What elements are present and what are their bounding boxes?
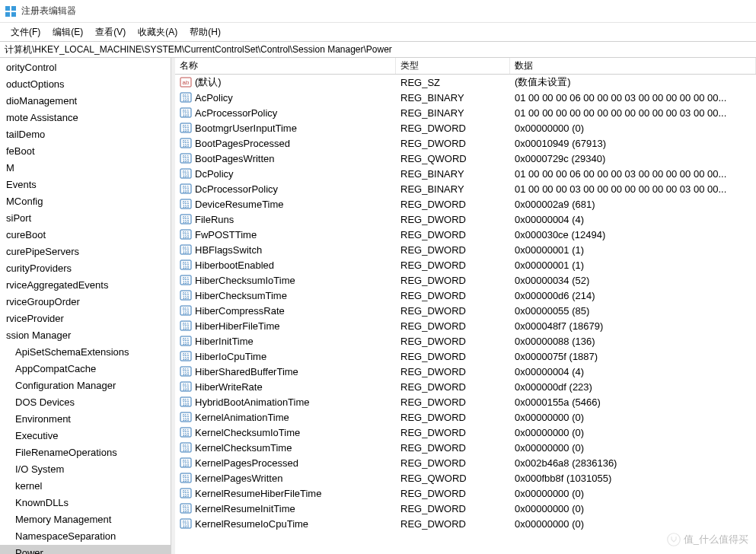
tree-item[interactable]: Memory Management bbox=[0, 511, 171, 528]
tree-item[interactable]: KnownDLLs bbox=[0, 495, 171, 511]
svg-text:110: 110 bbox=[183, 158, 190, 163]
list-row[interactable]: 011110BootmgrUserInputTimeREG_DWORD0x000… bbox=[175, 120, 756, 135]
tree-item[interactable]: feBoot bbox=[0, 143, 171, 160]
svg-text:110: 110 bbox=[183, 143, 190, 148]
value-data: 0x00000000 (0) bbox=[510, 427, 756, 438]
binary-value-icon: 011110 bbox=[180, 274, 192, 286]
list-row[interactable]: 011110AcProcessorPolicyREG_BINARY01 00 0… bbox=[175, 105, 756, 120]
list-row[interactable]: 011110KernelChecksumTimeREG_DWORD0x00000… bbox=[175, 440, 756, 455]
tree-item[interactable]: dioManagement bbox=[0, 93, 171, 110]
tree-item[interactable]: rviceProvider bbox=[0, 310, 171, 327]
list-row[interactable]: 011110KernelResumeHiberFileTimeREG_DWORD… bbox=[175, 486, 756, 501]
value-name: HiberIoCpuTime bbox=[195, 351, 266, 362]
col-header-name[interactable]: 名称 bbox=[175, 58, 396, 74]
tree-item[interactable]: siPort bbox=[0, 210, 171, 227]
tree-item[interactable]: NamespaceSeparation bbox=[0, 528, 171, 545]
value-type: REG_SZ bbox=[396, 77, 510, 88]
list-row[interactable]: 011110FileRunsREG_DWORD0x00000004 (4) bbox=[175, 212, 756, 227]
menu-edit[interactable]: 编辑(E) bbox=[46, 24, 89, 40]
address-bar[interactable]: 计算机\HKEY_LOCAL_MACHINE\SYSTEM\CurrentCon… bbox=[0, 41, 756, 58]
value-name: KernelChecksumIoTime bbox=[195, 427, 300, 438]
binary-value-icon: 011110 bbox=[180, 320, 192, 332]
col-header-type[interactable]: 类型 bbox=[396, 58, 510, 74]
tree-item[interactable]: kernel bbox=[0, 478, 171, 495]
list-row[interactable]: 011110KernelPagesWrittenREG_QWORD0x000fb… bbox=[175, 470, 756, 486]
tree-item[interactable]: FileRenameOperations bbox=[0, 444, 171, 461]
tree-item[interactable]: Power bbox=[0, 545, 171, 554]
list-row[interactable]: 011110KernelResumeInitTimeREG_DWORD0x000… bbox=[175, 501, 756, 516]
svg-text:110: 110 bbox=[183, 97, 190, 102]
value-type: REG_DWORD bbox=[396, 259, 510, 271]
menubar: 文件(F) 编辑(E) 查看(V) 收藏夹(A) 帮助(H) bbox=[0, 23, 756, 41]
list-row[interactable]: 011110DcProcessorPolicyREG_BINARY01 00 0… bbox=[175, 181, 756, 196]
tree-item[interactable]: MConfig bbox=[0, 193, 171, 210]
list-row[interactable]: 011110DcPolicyREG_BINARY01 00 00 00 06 0… bbox=[175, 166, 756, 181]
list-row[interactable]: 011110HiberCompressRateREG_DWORD0x000000… bbox=[175, 303, 756, 318]
tree-item[interactable]: rviceGroupOrder bbox=[0, 294, 171, 310]
tree-item[interactable]: Environment bbox=[0, 411, 171, 428]
list-row[interactable]: 011110DeviceResumeTimeREG_DWORD0x000002a… bbox=[175, 196, 756, 212]
col-header-data[interactable]: 数据 bbox=[510, 58, 756, 74]
tree-item[interactable]: DOS Devices bbox=[0, 394, 171, 411]
value-type: REG_DWORD bbox=[396, 305, 510, 317]
list-row[interactable]: 011110HiberSharedBufferTimeREG_DWORD0x00… bbox=[175, 364, 756, 379]
tree-item[interactable]: ApiSetSchemaExtensions bbox=[0, 344, 171, 361]
svg-text:110: 110 bbox=[183, 493, 190, 498]
tree-item[interactable]: ssion Manager bbox=[0, 327, 171, 344]
list-row[interactable]: 011110HiberWriteRateREG_DWORD0x000000df … bbox=[175, 379, 756, 394]
list-row[interactable]: 011110KernelResumeIoCpuTimeREG_DWORD0x00… bbox=[175, 516, 756, 531]
menu-favorites[interactable]: 收藏夹(A) bbox=[132, 24, 183, 40]
menu-help[interactable]: 帮助(H) bbox=[183, 24, 227, 40]
tree-item[interactable]: curePipeServers bbox=[0, 244, 171, 260]
menu-view[interactable]: 查看(V) bbox=[89, 24, 132, 40]
list-row[interactable]: 011110HiberChecksumTimeREG_DWORD0x000000… bbox=[175, 288, 756, 303]
tree-item[interactable]: AppCompatCache bbox=[0, 361, 171, 377]
list-row[interactable]: 011110HiberIoCpuTimeREG_DWORD0x0000075f … bbox=[175, 349, 756, 364]
tree-item[interactable]: I/O System bbox=[0, 461, 171, 478]
tree-item[interactable]: orityControl bbox=[0, 59, 171, 76]
value-name: HiberCompressRate bbox=[195, 305, 285, 317]
tree-item[interactable]: rviceAggregatedEvents bbox=[0, 277, 171, 294]
value-data: 0x0000729c (29340) bbox=[510, 153, 756, 164]
list-row[interactable]: 011110KernelPagesProcessedREG_DWORD0x002… bbox=[175, 455, 756, 470]
binary-value-icon: 011110 bbox=[180, 411, 192, 423]
tree-item[interactable]: oductOptions bbox=[0, 76, 171, 93]
tree-item[interactable]: Executive bbox=[0, 428, 171, 444]
svg-text:110: 110 bbox=[183, 524, 190, 528]
value-type: REG_DWORD bbox=[396, 244, 510, 256]
tree-item[interactable]: curityProviders bbox=[0, 260, 171, 277]
list-row[interactable]: 011110BootPagesWrittenREG_QWORD0x0000729… bbox=[175, 151, 756, 166]
list-panel[interactable]: 名称 类型 数据 ab(默认)REG_SZ(数值未设置)011110AcPoli… bbox=[175, 58, 756, 554]
value-type: REG_DWORD bbox=[396, 442, 510, 454]
list-row[interactable]: 011110KernelChecksumIoTimeREG_DWORD0x000… bbox=[175, 425, 756, 440]
list-row[interactable]: 011110HBFlagsSwitchREG_DWORD0x00000001 (… bbox=[175, 242, 756, 257]
menu-file[interactable]: 文件(F) bbox=[5, 24, 46, 40]
binary-value-icon: 011110 bbox=[180, 137, 192, 149]
value-data: 0x00000001 (1) bbox=[510, 244, 756, 256]
tree-item[interactable]: cureBoot bbox=[0, 227, 171, 244]
tree-item[interactable]: Events bbox=[0, 177, 171, 193]
tree-item[interactable]: Configuration Manager bbox=[0, 377, 171, 394]
list-row[interactable]: 011110HiberHiberFileTimeREG_DWORD0x00004… bbox=[175, 318, 756, 333]
binary-value-icon: 011110 bbox=[180, 107, 192, 119]
list-row[interactable]: 011110KernelAnimationTimeREG_DWORD0x0000… bbox=[175, 409, 756, 425]
value-data: 0x0000075f (1887) bbox=[510, 351, 756, 362]
value-data: 01 00 00 00 06 00 00 00 03 00 00 00 00 0… bbox=[510, 168, 756, 180]
binary-value-icon: 011110 bbox=[180, 259, 192, 271]
list-row[interactable]: 011110BootPagesProcessedREG_DWORD0x00010… bbox=[175, 135, 756, 151]
list-row[interactable]: 011110HiberChecksumIoTimeREG_DWORD0x0000… bbox=[175, 272, 756, 288]
list-row[interactable]: 011110AcPolicyREG_BINARY01 00 00 00 06 0… bbox=[175, 90, 756, 105]
list-row[interactable]: 011110HiberInitTimeREG_DWORD0x00000088 (… bbox=[175, 333, 756, 349]
list-row[interactable]: 011110HybridBootAnimationTimeREG_DWORD0x… bbox=[175, 394, 756, 409]
value-name: AcProcessorPolicy bbox=[195, 107, 277, 119]
tree-panel[interactable]: orityControloductOptionsdioManagementmot… bbox=[0, 58, 171, 554]
tree-item[interactable]: tailDemo bbox=[0, 126, 171, 143]
value-name: KernelChecksumTime bbox=[195, 442, 292, 454]
list-row[interactable]: 011110FwPOSTTimeREG_DWORD0x000030ce (124… bbox=[175, 227, 756, 242]
list-row[interactable]: 011110HiberbootEnabledREG_DWORD0x0000000… bbox=[175, 257, 756, 272]
tree-item[interactable]: mote Assistance bbox=[0, 110, 171, 126]
tree-item[interactable]: M bbox=[0, 160, 171, 177]
binary-value-icon: 011110 bbox=[180, 289, 192, 301]
value-type: REG_DWORD bbox=[396, 336, 510, 347]
list-row[interactable]: ab(默认)REG_SZ(数值未设置) bbox=[175, 75, 756, 90]
